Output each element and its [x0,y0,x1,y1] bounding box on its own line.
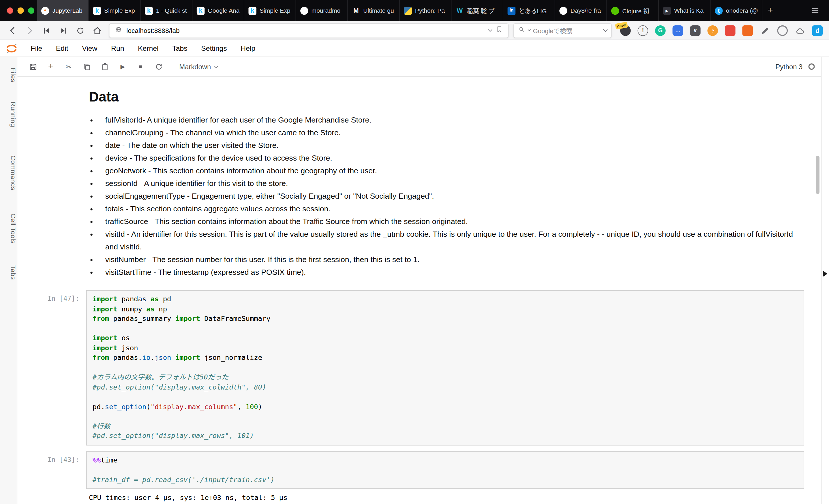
close-window-button[interactable] [7,7,13,14]
scrollbar-thumb[interactable] [816,156,820,194]
menu-edit[interactable]: Edit [49,44,75,52]
red-badge-icon[interactable] [725,25,735,36]
search-input[interactable]: Googleで検索 [533,26,601,35]
last-tab-button[interactable] [56,23,70,37]
stop-kernel-button[interactable]: ■ [132,60,149,74]
grammarly-icon[interactable]: G [655,25,666,36]
bookmark-icon[interactable] [495,25,503,35]
alert-circle-icon[interactable]: ! [638,25,648,36]
menu-settings[interactable]: Settings [194,44,233,52]
run-cell-button[interactable]: ▶ [114,60,132,74]
paste-cells-button[interactable] [96,60,114,74]
circle-outline-icon[interactable] [777,25,788,36]
browser-tab[interactable]: MUltimate gu [348,0,400,21]
first-tab-button[interactable] [39,23,53,37]
kernel-name[interactable]: Python 3 [776,63,802,70]
tab-list-button[interactable] [806,0,825,21]
home-button[interactable] [90,23,104,37]
cell-type-dropdown[interactable]: Markdown [179,63,218,70]
browser-tab[interactable]: inとあるLIG [503,0,555,21]
chat-bubble-icon[interactable]: … [672,25,683,36]
skip-end-icon [58,25,69,36]
menu-view[interactable]: View [75,44,104,52]
url-input[interactable]: localhost:8888/lab [127,27,485,34]
history-clock-icon[interactable]: ◔ [707,25,718,36]
sidebar-tab-files[interactable]: Files [0,68,17,82]
site-identity-icon[interactable] [114,25,122,36]
jupyter-favicon-icon: ● [41,7,49,14]
add-cell-button[interactable]: + [42,60,60,74]
sidebar-tab-cell-tools[interactable]: Cell Tools [0,214,17,243]
code-line: import os [93,334,798,343]
sidebar-tab-tabs[interactable]: Tabs [0,265,17,280]
pocket-icon[interactable]: ∨ [690,25,700,36]
new-tab-button[interactable]: + [762,0,778,21]
bullet-item: date - The date on which the user visite… [98,139,797,152]
browser-tab[interactable]: mouradmo [296,0,348,21]
menu-run[interactable]: Run [104,44,131,52]
urlbar-dropdown-icon[interactable] [488,27,492,32]
back-button[interactable] [5,23,19,37]
search-bar[interactable]: Googleで検索 [513,23,612,38]
kaggle-favicon-icon: k [197,7,205,14]
menu-help[interactable]: Help [233,44,262,52]
search-dropdown-icon[interactable] [603,27,608,32]
bullet-item: trafficSource - This section contains in… [98,215,797,228]
alert-circle-icon-glyph: ! [638,25,648,36]
kernel-status-icon[interactable] [808,64,815,70]
browser-tab[interactable]: W稲葉 聡 プ [452,0,503,21]
chevron-down-icon [214,64,219,68]
menu-tabs[interactable]: Tabs [165,44,194,52]
save-button[interactable] [24,60,41,74]
cell-output: CPU times: user 4 µs, sys: 1e+03 ns, tot… [86,493,288,504]
browser-tab[interactable]: Python: Pa [400,0,452,21]
python-favicon-icon [404,7,411,14]
browser-tab[interactable]: kSimple Exp [89,0,141,21]
menu-file[interactable]: File [24,44,49,52]
code-editor[interactable]: import pandas as pdimport numpy as npfro… [86,290,804,445]
code-editor[interactable]: %%time #train_df = pd.read_csv('./input/… [86,451,804,489]
floppy-icon [29,63,37,70]
browser-tab[interactable]: k1 - Quick st [141,0,193,21]
tab-strip: ●JupyterLabkSimple Expk1 - Quick stkGoog… [37,0,762,21]
bullet-item: channelGrouping - The channel via which … [98,126,797,139]
pencil-icon[interactable] [760,25,770,36]
twitter-favicon-icon: t [715,7,723,14]
tab-title: Google Ana [208,7,240,14]
search-engine-dropdown-icon[interactable] [528,28,531,31]
account-button[interactable]: new! [620,25,631,36]
sidebar-tab-running[interactable]: Running [0,102,17,127]
history-clock-icon-glyph: ◔ [707,25,718,36]
browser-tab[interactable]: Clojure 初 [607,0,659,21]
panel-arrow-icon[interactable] [823,270,827,277]
browser-tab[interactable]: tonodera (@ [711,0,762,21]
menu-kernel[interactable]: Kernel [131,44,165,52]
cut-cells-button[interactable]: ✂ [60,60,78,74]
browser-tab[interactable]: ●JupyterLab [37,0,89,21]
left-sidebar: FilesRunningCommandsCell ToolsTabs [0,57,17,504]
output-line: CPU times: user 4 µs, sys: 1e+03 ns, tot… [89,493,288,503]
menu-items: FileEditViewRunKernelTabsSettingsHelp [24,44,262,52]
url-bar[interactable]: localhost:8888/lab [109,23,509,38]
cloud-icon[interactable] [795,25,805,36]
restart-kernel-button[interactable] [150,60,168,74]
browser-tab[interactable]: kSimple Exp [244,0,296,21]
markdown-cell[interactable]: Data fullVisitorId- A unique identifier … [17,77,821,278]
browser-tab[interactable]: Day8/re-fra [555,0,607,21]
tab-title: What is Ka [674,7,706,14]
zoom-window-button[interactable] [28,7,34,14]
copy-cells-button[interactable] [78,60,96,74]
browser-tab[interactable]: ▶What is Ka [659,0,711,21]
minimize-window-button[interactable] [17,7,24,14]
code-line [93,392,798,402]
sidebar-tab-commands[interactable]: Commands [0,155,17,191]
d-badge-icon[interactable]: d [812,25,823,36]
kaggle-favicon-icon: k [93,7,101,14]
orange-badge-icon-glyph [742,25,753,36]
forward-button[interactable] [22,23,36,37]
orange-badge-icon[interactable] [742,25,753,36]
browser-tab[interactable]: kGoogle Ana [192,0,244,21]
cloud-icon-glyph [795,25,805,36]
bullet-item: visitId - An identifier for this session… [98,228,797,253]
reload-button[interactable] [73,23,87,37]
